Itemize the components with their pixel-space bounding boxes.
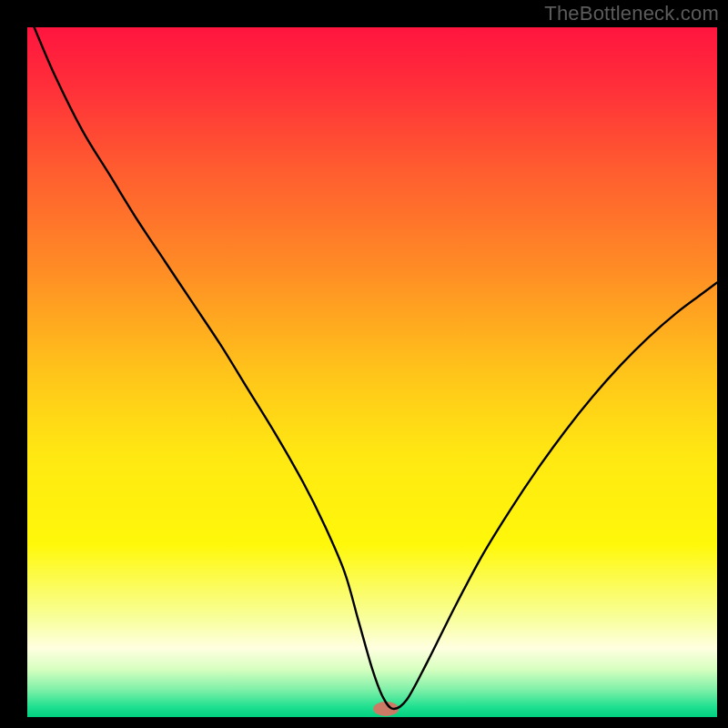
watermark-label: TheBottleneck.com (544, 2, 719, 25)
bottleneck-curve (35, 27, 717, 709)
chart-svg (27, 27, 717, 717)
plot-area (27, 27, 717, 717)
chart-frame: TheBottleneck.com (0, 0, 728, 728)
